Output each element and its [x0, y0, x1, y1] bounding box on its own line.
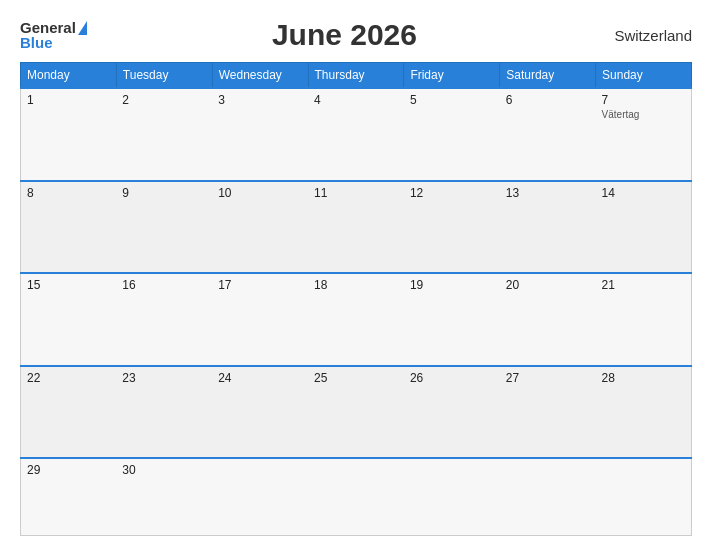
day-number: 16: [122, 278, 206, 292]
calendar-day-cell: 27: [500, 366, 596, 459]
day-number: 10: [218, 186, 302, 200]
calendar-day-cell: 10: [212, 181, 308, 274]
calendar-day-cell: 20: [500, 273, 596, 366]
calendar-day-cell: 26: [404, 366, 500, 459]
calendar-week-row: 15161718192021: [21, 273, 692, 366]
day-number: 24: [218, 371, 302, 385]
header-wednesday: Wednesday: [212, 63, 308, 89]
day-number: 13: [506, 186, 590, 200]
calendar-day-cell: 6: [500, 88, 596, 181]
day-number: 8: [27, 186, 110, 200]
day-number: 6: [506, 93, 590, 107]
day-number: 9: [122, 186, 206, 200]
header-thursday: Thursday: [308, 63, 404, 89]
calendar-day-cell: 2: [116, 88, 212, 181]
day-number: 25: [314, 371, 398, 385]
calendar-day-cell: [500, 458, 596, 535]
calendar-week-row: 2930: [21, 458, 692, 535]
calendar-day-cell: 7Vätertag: [596, 88, 692, 181]
day-number: 7: [602, 93, 685, 107]
calendar-day-cell: 18: [308, 273, 404, 366]
day-number: 28: [602, 371, 685, 385]
logo-blue-text: Blue: [20, 35, 87, 50]
calendar-day-cell: 28: [596, 366, 692, 459]
logo-general-text: General: [20, 20, 76, 35]
calendar-day-cell: 11: [308, 181, 404, 274]
calendar-page: General Blue June 2026 Switzerland Monda…: [0, 0, 712, 550]
calendar-day-cell: 12: [404, 181, 500, 274]
calendar-day-cell: [212, 458, 308, 535]
calendar-week-row: 1234567Vätertag: [21, 88, 692, 181]
calendar-table: Monday Tuesday Wednesday Thursday Friday…: [20, 62, 692, 536]
day-number: 18: [314, 278, 398, 292]
day-number: 15: [27, 278, 110, 292]
header-saturday: Saturday: [500, 63, 596, 89]
day-number: 12: [410, 186, 494, 200]
day-number: 19: [410, 278, 494, 292]
calendar-day-cell: 29: [21, 458, 117, 535]
weekday-header-row: Monday Tuesday Wednesday Thursday Friday…: [21, 63, 692, 89]
header-tuesday: Tuesday: [116, 63, 212, 89]
calendar-day-cell: 13: [500, 181, 596, 274]
day-number: 27: [506, 371, 590, 385]
day-number: 30: [122, 463, 206, 477]
calendar-day-cell: 14: [596, 181, 692, 274]
country-label: Switzerland: [602, 27, 692, 44]
calendar-day-cell: 19: [404, 273, 500, 366]
calendar-day-cell: 30: [116, 458, 212, 535]
holiday-label: Vätertag: [602, 109, 685, 120]
day-number: 4: [314, 93, 398, 107]
header-friday: Friday: [404, 63, 500, 89]
calendar-day-cell: [596, 458, 692, 535]
calendar-day-cell: 1: [21, 88, 117, 181]
day-number: 29: [27, 463, 110, 477]
calendar-day-cell: 17: [212, 273, 308, 366]
calendar-week-row: 891011121314: [21, 181, 692, 274]
day-number: 1: [27, 93, 110, 107]
header-sunday: Sunday: [596, 63, 692, 89]
day-number: 26: [410, 371, 494, 385]
calendar-day-cell: 16: [116, 273, 212, 366]
calendar-day-cell: 25: [308, 366, 404, 459]
calendar-week-row: 22232425262728: [21, 366, 692, 459]
calendar-day-cell: 8: [21, 181, 117, 274]
day-number: 20: [506, 278, 590, 292]
calendar-day-cell: [308, 458, 404, 535]
day-number: 17: [218, 278, 302, 292]
calendar-day-cell: [404, 458, 500, 535]
day-number: 11: [314, 186, 398, 200]
calendar-day-cell: 21: [596, 273, 692, 366]
logo: General Blue: [20, 20, 87, 50]
logo-triangle-icon: [78, 21, 87, 35]
calendar-day-cell: 5: [404, 88, 500, 181]
header: General Blue June 2026 Switzerland: [20, 18, 692, 52]
day-number: 14: [602, 186, 685, 200]
day-number: 23: [122, 371, 206, 385]
calendar-day-cell: 24: [212, 366, 308, 459]
calendar-day-cell: 23: [116, 366, 212, 459]
calendar-title: June 2026: [87, 18, 602, 52]
calendar-day-cell: 4: [308, 88, 404, 181]
calendar-day-cell: 3: [212, 88, 308, 181]
day-number: 3: [218, 93, 302, 107]
header-monday: Monday: [21, 63, 117, 89]
calendar-day-cell: 15: [21, 273, 117, 366]
day-number: 22: [27, 371, 110, 385]
day-number: 5: [410, 93, 494, 107]
day-number: 2: [122, 93, 206, 107]
day-number: 21: [602, 278, 685, 292]
calendar-day-cell: 22: [21, 366, 117, 459]
calendar-day-cell: 9: [116, 181, 212, 274]
